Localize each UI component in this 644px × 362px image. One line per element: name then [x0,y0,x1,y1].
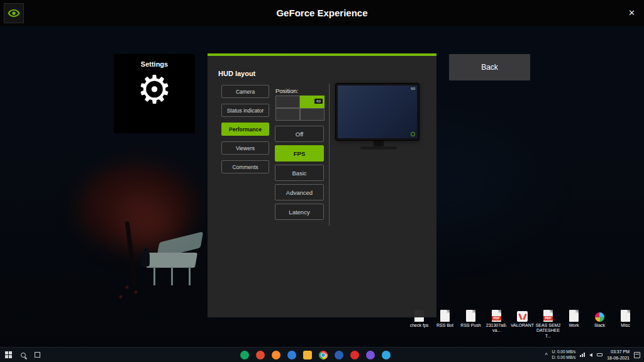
settings-card[interactable]: Settings ⚙ [114,54,195,133]
taskbar-app-icon[interactable] [335,351,343,359]
folder-icon[interactable] [303,351,312,359]
taskbar-app-icon[interactable] [366,351,375,359]
monitor-base [360,146,397,150]
desktop-icon-seas-sem2[interactable]: SEAS SEM2 DATESHEET... [535,308,561,339]
hud-tab-performance[interactable]: Performance [221,123,269,136]
taskbar-left-group [5,351,40,358]
slack-icon [595,312,604,322]
pdf-icon [543,310,553,322]
desktop-icon-valorant[interactable]: VALORANT [509,308,535,339]
search-icon[interactable] [21,353,26,358]
gear-icon: ⚙ [137,70,172,109]
task-view-icon[interactable] [35,352,40,358]
taskbar-pinned-apps [240,351,391,359]
valorant-icon [517,311,528,322]
desktop-icon-rss-push[interactable]: RSS Push [458,308,484,339]
chrome-icon[interactable] [319,351,328,359]
position-label: Position: [275,87,298,94]
taskbar-app-icon[interactable] [382,351,391,359]
file-icon [440,310,450,322]
tray-expand-icon[interactable]: ^ [545,352,547,358]
network-icon[interactable] [580,353,585,357]
app-title: GeForce Experience [0,8,644,18]
volume-icon[interactable] [589,353,592,357]
position-cell-bottom-right[interactable] [300,108,325,121]
hud-tab-comments[interactable]: Comments [221,160,269,173]
network-speed-widget: U: 0.00 MB/s D: 0.00 MB/s [552,349,576,359]
desktop-icon-row: check fps RSS Bot RSS Push 231307a8-va..… [406,308,640,339]
upload-speed: U: 0.00 MB/s [552,349,576,354]
close-icon[interactable]: ✕ [628,8,635,18]
mode-basic-button[interactable]: Basic [275,165,324,181]
taskbar-app-icon[interactable] [256,351,265,359]
clock-widget[interactable]: 03:37 PM 18-06-2021 [607,349,630,360]
taskbar: ^ U: 0.00 MB/s D: 0.00 MB/s 03:37 PM 18-… [0,347,644,362]
firefox-icon[interactable] [272,351,280,359]
mode-off-button[interactable]: Off [275,126,324,142]
mode-advanced-button[interactable]: Advanced [275,184,324,200]
hud-tab-viewers[interactable]: Viewers [221,141,269,155]
mode-latency-button[interactable]: Latency [275,204,324,220]
taskbar-app-icon[interactable] [350,351,359,359]
start-button-icon[interactable] [5,351,12,358]
title-bar: GeForce Experience ✕ [0,0,644,26]
download-speed: D: 0.00 MB/s [552,355,576,360]
desktop-icon-misc[interactable]: Misc [613,308,638,339]
hud-layout-panel: HUD layout Camera Status indicator Perfo… [208,53,436,317]
position-cell-top-right[interactable]: 60 [300,96,325,108]
file-icon [621,310,630,322]
desktop-icon-work[interactable]: Work [561,308,587,339]
position-cell-bottom-left[interactable] [275,108,300,121]
taskbar-system-tray: ^ U: 0.00 MB/s D: 0.00 MB/s 03:37 PM 18-… [545,349,640,360]
battery-icon[interactable] [597,353,602,356]
monitor-stand [374,140,384,146]
file-icon [466,310,475,322]
taskbar-app-icon[interactable] [287,351,296,359]
date-text: 18-06-2021 [607,355,630,361]
desktop-icon-slack[interactable]: Slack [587,308,613,339]
position-cell-top-left[interactable] [275,96,300,108]
hud-mode-buttons: Off FPS Basic Advanced Latency [275,126,324,220]
monitor-screen: 60 [336,84,419,140]
position-fps-badge: 60 [314,99,323,104]
monitor-fps-counter: 60 [411,87,415,90]
pdf-icon [492,310,501,322]
back-button[interactable]: Back [449,54,530,80]
desktop-icon-pdf-file[interactable]: 231307a8-va... [484,308,509,339]
monitor-preview: 60 [336,84,421,150]
mode-fps-button[interactable]: FPS [275,145,324,162]
vertical-divider [329,84,330,226]
hud-tab-camera[interactable]: Camera [221,85,269,98]
taskbar-app-icon[interactable] [240,351,249,359]
action-center-icon[interactable] [634,352,640,358]
panel-heading: HUD layout [218,70,255,77]
settings-label: Settings [141,60,168,68]
hud-tab-status-indicator[interactable]: Status indicator [221,104,269,117]
time-text: 03:37 PM [611,349,630,354]
monitor-status-icon [411,132,415,136]
position-grid: 60 [275,96,325,121]
hud-tabs: Camera Status indicator Performance View… [221,85,269,173]
file-icon [569,310,579,322]
